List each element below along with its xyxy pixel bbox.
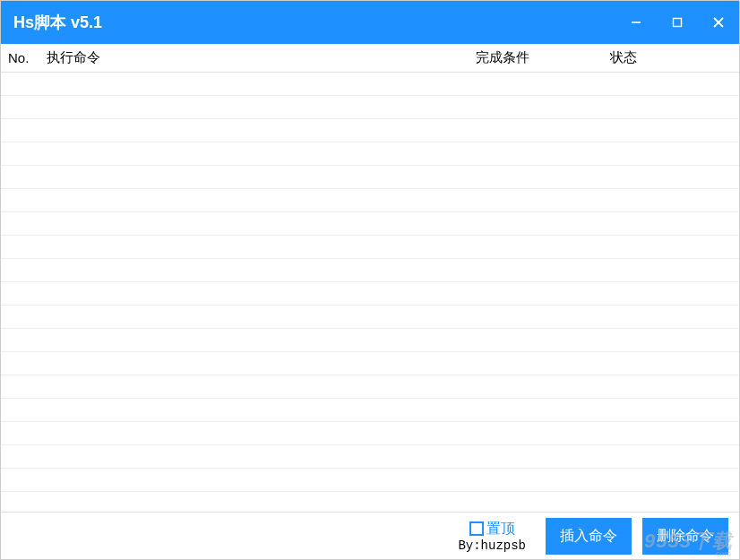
table-row[interactable] bbox=[1, 282, 739, 306]
command-table[interactable]: No. 执行命令 完成条件 状态 bbox=[1, 44, 739, 513]
column-header-no[interactable]: No. bbox=[1, 50, 41, 65]
maximize-button[interactable] bbox=[657, 1, 698, 44]
table-row[interactable] bbox=[1, 399, 739, 422]
checkbox-box-icon bbox=[469, 521, 484, 536]
table-row[interactable] bbox=[1, 469, 739, 492]
window-title: Hs脚本 v5.1 bbox=[13, 12, 102, 33]
table-row[interactable] bbox=[1, 445, 739, 469]
table-row[interactable] bbox=[1, 119, 739, 142]
svg-rect-1 bbox=[674, 19, 682, 27]
app-window: Hs脚本 v5.1 No. 执 bbox=[0, 0, 740, 560]
table-row[interactable] bbox=[1, 166, 739, 189]
column-header-status[interactable]: 状态 bbox=[605, 49, 739, 66]
maximize-icon bbox=[671, 16, 684, 29]
table-row[interactable] bbox=[1, 422, 739, 445]
table-row[interactable] bbox=[1, 189, 739, 212]
close-icon bbox=[712, 16, 725, 29]
window-controls bbox=[615, 1, 739, 44]
column-header-condition[interactable]: 完成条件 bbox=[470, 49, 605, 66]
titlebar[interactable]: Hs脚本 v5.1 bbox=[1, 1, 739, 44]
table-row[interactable] bbox=[1, 73, 739, 96]
pin-top-checkbox[interactable]: 置顶 bbox=[469, 520, 515, 538]
minimize-button[interactable] bbox=[615, 1, 657, 44]
insert-command-button[interactable]: 插入命令 bbox=[546, 518, 632, 555]
bottom-toolbar: 置顶 By:huzpsb 插入命令 删除命令 bbox=[1, 513, 739, 559]
checkbox-area: 置顶 By:huzpsb bbox=[458, 520, 526, 553]
byline-text: By:huzpsb bbox=[458, 538, 526, 553]
table-header: No. 执行命令 完成条件 状态 bbox=[1, 44, 739, 73]
delete-command-button[interactable]: 删除命令 bbox=[642, 518, 728, 555]
pin-top-label: 置顶 bbox=[486, 520, 515, 538]
table-row[interactable] bbox=[1, 329, 739, 352]
content-area: No. 执行命令 完成条件 状态 bbox=[1, 44, 739, 559]
table-row[interactable] bbox=[1, 142, 739, 166]
table-body[interactable] bbox=[1, 73, 739, 512]
table-row[interactable] bbox=[1, 259, 739, 282]
minimize-icon bbox=[630, 16, 642, 29]
table-row[interactable] bbox=[1, 96, 739, 119]
table-row[interactable] bbox=[1, 375, 739, 399]
table-row[interactable] bbox=[1, 212, 739, 236]
table-row[interactable] bbox=[1, 352, 739, 375]
table-row[interactable] bbox=[1, 306, 739, 329]
table-row[interactable] bbox=[1, 236, 739, 259]
close-button[interactable] bbox=[698, 1, 739, 44]
column-header-command[interactable]: 执行命令 bbox=[41, 49, 470, 66]
